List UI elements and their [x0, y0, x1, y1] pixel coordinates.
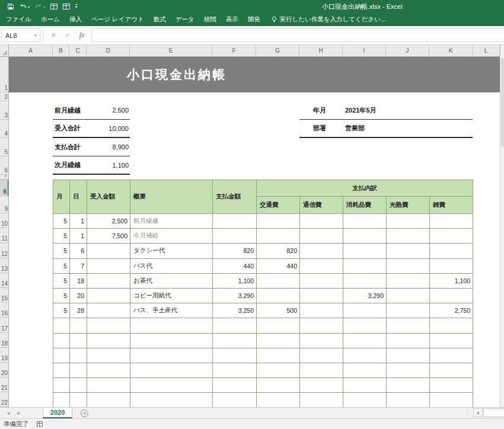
th-sub-2[interactable]: 通信費: [300, 197, 343, 214]
ribbon-tab-8[interactable]: 表示: [221, 13, 243, 26]
cell-summary[interactable]: バス代: [130, 259, 213, 274]
row-header-15[interactable]: 15: [0, 288, 9, 303]
row-header-19[interactable]: 19: [0, 348, 9, 363]
info-value-1[interactable]: 2021年5月: [345, 106, 377, 115]
cell-empty[interactable]: [387, 348, 430, 363]
cell-empty[interactable]: [257, 378, 300, 393]
row-header-21[interactable]: 21: [0, 377, 9, 392]
row-header-10[interactable]: 10: [0, 213, 9, 228]
th-sub-1[interactable]: 交通費: [257, 197, 300, 214]
row-header-5[interactable]: 5: [0, 138, 9, 156]
th-summary[interactable]: 概要: [130, 180, 213, 214]
cell-empty[interactable]: [213, 378, 257, 393]
cell-empty[interactable]: [130, 378, 213, 393]
info-label-2[interactable]: 部署: [313, 124, 345, 133]
info-label-1[interactable]: 年月: [313, 106, 345, 115]
column-header-H[interactable]: H: [299, 45, 343, 57]
cell-summary[interactable]: コピー用紙代: [130, 289, 213, 303]
cell-month[interactable]: 5: [53, 244, 70, 258]
summary-value-1[interactable]: 2,500: [81, 107, 130, 114]
hscroll-left-icon[interactable]: ◄: [473, 408, 483, 417]
ribbon-tab-2[interactable]: ホーム: [36, 13, 65, 26]
cell-empty[interactable]: [387, 363, 430, 378]
name-box-dropdown-icon[interactable]: ▼: [34, 34, 37, 37]
cell-breakdown-5[interactable]: [430, 289, 473, 303]
tell-me-box[interactable]: 実行したい作業を入力してください...: [265, 13, 386, 26]
column-header-E[interactable]: E: [130, 45, 212, 57]
cell-received[interactable]: 7,500: [87, 229, 130, 244]
cell-empty[interactable]: [53, 334, 70, 348]
undo-button[interactable]: ▾: [20, 4, 30, 9]
cell-empty[interactable]: [87, 318, 130, 333]
cell-breakdown-3[interactable]: [343, 244, 387, 258]
summary-value-4[interactable]: 1,100: [81, 162, 130, 169]
cell-breakdown-4[interactable]: [387, 274, 430, 289]
cell-empty[interactable]: [213, 334, 257, 348]
cell-empty[interactable]: [213, 363, 257, 378]
cell-received[interactable]: [87, 303, 130, 318]
cell-breakdown-2[interactable]: [300, 214, 343, 229]
cell-empty[interactable]: [430, 318, 473, 333]
column-header-C[interactable]: C: [69, 45, 87, 57]
th-sub-3[interactable]: 消耗品費: [343, 197, 387, 214]
formula-input[interactable]: [91, 28, 504, 42]
cell-breakdown-1[interactable]: 440: [257, 259, 300, 274]
cell-empty[interactable]: [300, 318, 343, 333]
cell-empty[interactable]: [343, 334, 387, 348]
th-breakdown[interactable]: 支払内訳: [257, 180, 473, 197]
cell-empty[interactable]: [300, 378, 343, 393]
column-header-J[interactable]: J: [386, 45, 429, 57]
select-all-button[interactable]: [0, 45, 9, 57]
column-header-A[interactable]: A: [9, 45, 53, 57]
cell-breakdown-2[interactable]: [300, 244, 343, 258]
row-header-14[interactable]: 14: [0, 273, 9, 288]
cell-breakdown-3[interactable]: [343, 274, 387, 289]
cell-month[interactable]: 5: [53, 214, 70, 229]
th-payment[interactable]: 支払金額: [213, 180, 257, 214]
cell-breakdown-4[interactable]: [387, 229, 430, 244]
summary-label-1[interactable]: 前月繰越: [55, 106, 81, 115]
cell-empty[interactable]: [300, 334, 343, 348]
name-box[interactable]: AL8 ▼: [1, 28, 40, 42]
cell-payment[interactable]: 820: [213, 244, 257, 258]
th-sub-4[interactable]: 光熱費: [387, 197, 430, 214]
cell-empty[interactable]: [53, 318, 70, 333]
cell-empty[interactable]: [130, 363, 213, 378]
ribbon-tab-1[interactable]: ファイル: [1, 13, 36, 26]
summary-label-4[interactable]: 次月繰越: [55, 161, 81, 169]
cell-empty[interactable]: [87, 363, 130, 378]
cell-breakdown-1[interactable]: [257, 274, 300, 289]
cell-breakdown-2[interactable]: [300, 274, 343, 289]
th-day[interactable]: 日: [70, 180, 87, 214]
cell-breakdown-4[interactable]: [387, 289, 430, 303]
cell-empty[interactable]: [257, 348, 300, 363]
cell-month[interactable]: 5: [53, 303, 70, 318]
cell-empty[interactable]: [430, 363, 473, 378]
ribbon-tab-6[interactable]: データ: [171, 13, 199, 26]
th-month[interactable]: 月: [53, 180, 70, 214]
cell-breakdown-4[interactable]: [387, 214, 430, 229]
cell-day[interactable]: 1: [70, 229, 87, 244]
table-tool-icon-2[interactable]: [63, 4, 70, 9]
cell-empty[interactable]: [430, 334, 473, 348]
column-header-F[interactable]: F: [212, 45, 256, 57]
ribbon-tab-4[interactable]: ページ レイアウト: [87, 13, 149, 26]
cell-breakdown-3[interactable]: 3,290: [343, 289, 387, 303]
cell-empty[interactable]: [70, 378, 87, 393]
summary-label-2[interactable]: 受入合計: [55, 124, 81, 133]
cell-day[interactable]: 20: [70, 289, 87, 303]
cell-breakdown-1[interactable]: [257, 229, 300, 244]
cell-breakdown-1[interactable]: [257, 214, 300, 229]
add-sheet-button[interactable]: +: [81, 408, 88, 418]
cell-empty[interactable]: [70, 318, 87, 333]
cell-breakdown-5[interactable]: [430, 244, 473, 258]
cell-empty[interactable]: [257, 393, 300, 407]
cell-empty[interactable]: [213, 348, 257, 363]
sheet-tab-2020[interactable]: 2020: [43, 408, 72, 418]
horizontal-scrollbar[interactable]: [483, 408, 504, 417]
cancel-icon[interactable]: ✕: [46, 31, 60, 39]
cell-empty[interactable]: [343, 363, 387, 378]
prev-sheet-icon[interactable]: ◄: [6, 411, 11, 416]
cell-received[interactable]: [87, 259, 130, 274]
cell-breakdown-2[interactable]: [300, 289, 343, 303]
